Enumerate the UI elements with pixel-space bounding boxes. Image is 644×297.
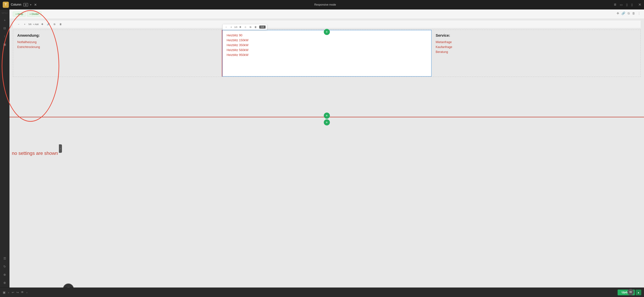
col-plus-button[interactable]: + — [22, 22, 27, 26]
version-label: V27.4.2 — [2, 12, 8, 14]
more-options-icon[interactable]: ⋮ — [638, 11, 640, 15]
mid-count-label: 1/3 — [234, 26, 237, 28]
add-wrap-button[interactable]: + Wrap — [13, 11, 26, 16]
right-column: Service: Mietanfrage Kaufanfrage Beratun… — [432, 30, 640, 77]
col-copy-icon[interactable]: ⧉ — [52, 22, 57, 26]
mid-move-icon[interactable]: ✥ — [238, 25, 242, 29]
redo-icon[interactable]: ↪ — [16, 291, 19, 294]
mid-link-3[interactable]: Heizblitz 350kW — [227, 43, 427, 47]
left-column: Anwendung: Notfallheizung Estrichtrocknu… — [13, 30, 222, 77]
edit-badge[interactable]: Edit — [259, 25, 266, 28]
mid-link-2[interactable]: Heizblitz 150kW — [227, 38, 427, 42]
tablet-portrait-icon[interactable]: ▯ — [626, 3, 628, 6]
col-move-icon[interactable]: ✥ — [40, 22, 45, 26]
title-close-icon[interactable]: ✕ — [34, 3, 37, 7]
globe-icon[interactable]: ⊕ — [1, 280, 8, 286]
columns-container: Anwendung: Notfallheizung Estrichtrocknu… — [13, 29, 640, 77]
right-panel-icons: ✥ 🔗 ⧉ 🗑 ⋮ — [616, 11, 640, 15]
link-icon[interactable]: 🔗 — [622, 11, 625, 15]
mid-plus-button[interactable]: + — [229, 25, 233, 29]
mid-link-4[interactable]: Heizblitz 560kW — [227, 48, 427, 52]
col-add-button[interactable]: + Add — [33, 23, 38, 25]
middle-column: − + 1/3 ✥ ⊹ ⧉ 🗑 Edit Heizblitz 90 Heizbl… — [222, 30, 432, 77]
move-icon[interactable]: ✥ — [616, 11, 619, 15]
add-section-top-button[interactable]: + — [324, 29, 330, 35]
close-window-icon[interactable]: ✕ — [638, 2, 641, 7]
layout-toggle-icon[interactable]: ⊞ — [23, 3, 28, 6]
layout-icon[interactable]: ▣ — [1, 41, 8, 48]
topbar-right: 🖥 ▭ ▯ ▯ ✕ — [613, 2, 641, 7]
no-settings-label: no settings are shown — [12, 151, 58, 156]
add-elements-bar: + Wrap + Divider ✥ 🔗 ⧉ 🗑 ⋮ — [10, 9, 644, 19]
app-logo: T — [3, 2, 9, 8]
add-section-mid-button[interactable]: + — [324, 113, 330, 119]
left-col-heading: Anwendung: — [17, 33, 218, 38]
main-canvas: + Wrap + Divider ✥ 🔗 ⧉ 🗑 ⋮ − + 5/6 + Add… — [10, 9, 644, 297]
mid-cursor-icon[interactable]: ⊹ — [244, 25, 248, 29]
left-link-1[interactable]: Notfallheizung — [17, 40, 218, 44]
col-count-label: 5/6 — [28, 23, 32, 25]
right-link-1[interactable]: Mietanfrage — [436, 40, 636, 44]
title-chevron-icon[interactable]: ▾ — [30, 3, 31, 6]
col-delete-icon[interactable]: 🗑 — [58, 22, 63, 26]
columns-icon[interactable]: ⊟ — [1, 25, 8, 32]
refresh-icon[interactable]: ↻ — [1, 263, 8, 270]
topbar: T Column ⊞ ▾ ✕ Responsive mode 🖥 ▭ ▯ ▯ ✕ — [0, 0, 644, 9]
sidebar-collapse-handle[interactable]: ‹ — [59, 144, 62, 153]
mobile-icon[interactable]: ▯ — [631, 3, 633, 6]
delete-icon[interactable]: 🗑 — [632, 12, 635, 15]
column-toolbar: − + 5/6 + Add ✥ 🔗 ⧉ 🗑 — [13, 20, 640, 28]
canvas-content: − + 5/6 + Add ✥ 🔗 ⧉ 🗑 + Anwendung: Notfa… — [10, 19, 644, 297]
update-dropdown-button[interactable]: ▲ — [636, 290, 641, 295]
right-link-2[interactable]: Kaufanfrage — [436, 45, 636, 49]
left-link-2[interactable]: Estrichtrocknung — [17, 45, 218, 49]
add-divider-button[interactable]: + Divider — [27, 11, 42, 16]
copy-icon[interactable]: ⧉ — [628, 12, 630, 15]
right-link-3[interactable]: Beratung — [436, 50, 636, 54]
tablet-landscape-icon[interactable]: ▭ — [620, 3, 623, 6]
device-icon[interactable]: ▣ — [3, 291, 6, 294]
col-minus-button[interactable]: − — [16, 22, 21, 26]
add-section-bottom-button[interactable]: + — [324, 119, 330, 125]
middle-col-toolbar: − + 1/3 ✥ ⊹ ⧉ 🗑 Edit — [222, 24, 267, 30]
sidebar: V27.4.2 ＋ ⊟ ↑ ▣ ☰ ↻ ⊕ ⊕ ⚙ no settings ar… — [0, 9, 10, 297]
right-col-heading: Service: — [436, 33, 636, 38]
bottom-bar: ▣ ▲ ↩ ↪ 👁 ▲ Update ▲ W — [0, 288, 644, 297]
mid-link-5[interactable]: Heizblitz 950kW — [227, 53, 427, 57]
mid-copy-icon[interactable]: ⧉ — [248, 25, 252, 29]
layers-icon[interactable]: ☰ — [1, 255, 8, 262]
undo-icon[interactable]: ↩ — [12, 291, 14, 294]
col-link-icon[interactable]: 🔗 — [46, 22, 51, 26]
desktop-view-icon[interactable]: 🖥 — [613, 3, 616, 6]
preview-icon[interactable]: 👁 — [21, 291, 24, 294]
mid-delete-icon[interactable]: 🗑 — [254, 25, 258, 29]
add-element-icon[interactable]: ＋ — [1, 17, 8, 23]
mid-minus-button[interactable]: − — [224, 25, 228, 29]
responsive-mode-label: Responsive mode — [39, 3, 611, 6]
upload-icon[interactable]: ↑ — [1, 33, 8, 40]
filter-icon[interactable]: ⊕ — [1, 271, 8, 278]
app-title: Column — [11, 3, 21, 6]
wordpress-icon[interactable]: W — [628, 289, 634, 295]
